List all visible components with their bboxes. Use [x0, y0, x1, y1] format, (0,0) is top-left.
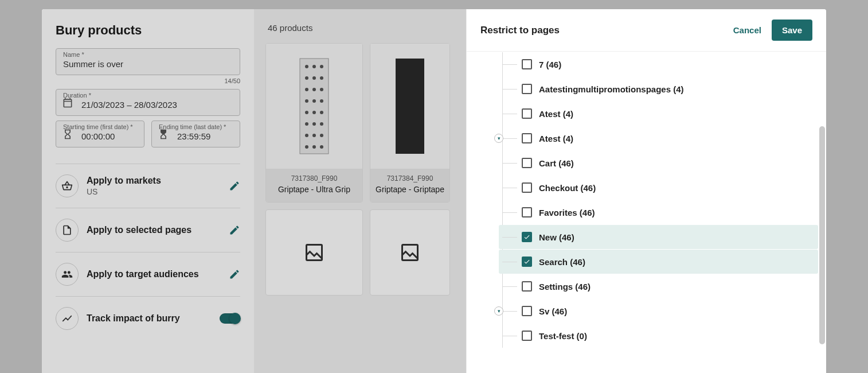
tree-row[interactable]: Cart (46): [499, 151, 818, 175]
griptape-image: [395, 58, 425, 154]
end-value: 23:59:59: [177, 131, 233, 141]
start-time-field[interactable]: Starting time (first date) * 00:00:00: [56, 121, 144, 147]
product-card[interactable]: 7317380_F990 Griptape - Ultra Grip: [265, 43, 363, 203]
track-toggle[interactable]: [220, 313, 240, 324]
left-pane: Bury products Name * Summer is over 14/5…: [42, 9, 466, 373]
tree-row[interactable]: 7 (46): [499, 52, 818, 76]
svg-point-12: [320, 99, 323, 103]
duration-value: 21/03/2023 – 28/03/2023: [81, 100, 233, 110]
tree-row[interactable]: Favorites (46): [499, 200, 818, 224]
end-time-field[interactable]: Ending time (last date) * 23:59:59: [151, 121, 240, 147]
scrollbar-thumb[interactable]: [819, 126, 825, 344]
checkbox[interactable]: [522, 59, 532, 69]
duration-label: Duration *: [63, 92, 91, 99]
tree-row[interactable]: Checkout (46): [499, 176, 818, 200]
form-column: Bury products Name * Summer is over 14/5…: [42, 9, 254, 373]
product-card-placeholder[interactable]: [265, 209, 363, 296]
name-counter: 14/50: [56, 77, 240, 84]
checkbox[interactable]: [522, 84, 532, 94]
tree-label: Aatestingmultipromotionspages (4): [539, 84, 684, 94]
apply-audiences-row: Apply to target audiences: [56, 252, 240, 297]
tree-row[interactable]: Aatestingmultipromotionspages (4): [499, 77, 818, 101]
checkbox[interactable]: [522, 207, 532, 217]
svg-rect-0: [300, 59, 329, 154]
product-card-placeholder[interactable]: [370, 209, 450, 296]
svg-point-24: [320, 145, 323, 149]
tree-row[interactable]: Search (46): [499, 250, 818, 274]
checkbox[interactable]: [522, 306, 532, 316]
tree-label: 7 (46): [539, 60, 561, 69]
checkbox[interactable]: [522, 108, 532, 119]
svg-point-13: [305, 111, 308, 114]
tree-row[interactable]: ▾Sv (46): [499, 299, 818, 323]
product-card[interactable]: 7317384_F990 Griptape - Griptape: [370, 43, 450, 203]
svg-point-14: [312, 111, 316, 114]
analytics-icon: [56, 307, 79, 330]
audiences-title: Apply to target audiences: [87, 269, 221, 279]
tree-label: Cart (46): [539, 158, 574, 168]
name-value: Summer is over: [63, 59, 233, 69]
product-name: Griptape - Ultra Grip: [271, 185, 358, 194]
broken-image-icon: [400, 242, 420, 263]
checkbox[interactable]: [522, 232, 532, 242]
tree-row[interactable]: New (46): [499, 225, 818, 249]
expander-icon[interactable]: ▾: [494, 134, 503, 143]
modal-title: Bury products: [56, 23, 240, 38]
svg-point-18: [320, 122, 323, 126]
tree-row[interactable]: Settings (46): [499, 274, 818, 298]
svg-point-6: [320, 76, 323, 80]
svg-point-20: [312, 134, 316, 137]
checkbox[interactable]: [522, 158, 532, 168]
svg-point-15: [320, 111, 323, 114]
svg-point-11: [312, 99, 316, 103]
name-field[interactable]: Name * Summer is over: [56, 48, 240, 75]
product-sku: 7317384_F990: [375, 174, 445, 182]
name-label: Name *: [63, 51, 84, 58]
tree-row[interactable]: ▾Atest (4): [499, 126, 818, 150]
people-icon: [56, 263, 79, 286]
svg-point-17: [312, 122, 316, 126]
end-label: Ending time (last date) *: [159, 123, 226, 130]
checkbox[interactable]: [522, 133, 532, 143]
svg-point-10: [305, 99, 308, 103]
svg-point-2: [312, 65, 316, 68]
pencil-icon[interactable]: [229, 180, 240, 192]
checkbox[interactable]: [522, 257, 532, 267]
tree-row[interactable]: Atest (4): [499, 102, 818, 126]
markets-title: Apply to markets: [87, 176, 221, 186]
track-impact-row: Track impact of burry: [56, 297, 240, 340]
tree-row[interactable]: Test-fest (0): [499, 324, 818, 348]
page-tree[interactable]: 7 (46)Aatestingmultipromotionspages (4)A…: [467, 52, 826, 373]
tree-label: Atest (4): [539, 134, 573, 143]
expander-icon[interactable]: ▾: [494, 306, 503, 316]
svg-rect-25: [396, 59, 424, 154]
checkbox[interactable]: [522, 281, 532, 292]
restrict-pages-panel: Restrict to pages Cancel Save 7 (46)Aate…: [466, 9, 826, 373]
track-title: Track impact of burry: [87, 313, 212, 324]
pages-title: Apply to selected pages: [87, 225, 221, 235]
markets-sub: US: [87, 187, 221, 196]
checkbox[interactable]: [522, 331, 532, 341]
pencil-icon[interactable]: [229, 224, 240, 236]
pencil-icon[interactable]: [229, 269, 240, 280]
basket-icon: [56, 174, 79, 197]
products-column: 46 products: [254, 9, 466, 373]
product-name: Griptape - Griptape: [375, 185, 445, 194]
duration-field[interactable]: Duration * 21/03/2023 – 28/03/2023: [56, 89, 240, 116]
tree-label: Search (46): [539, 257, 585, 267]
save-button[interactable]: Save: [772, 20, 812, 41]
svg-point-9: [320, 88, 323, 91]
svg-point-3: [320, 65, 323, 68]
bury-products-modal: Bury products Name * Summer is over 14/5…: [42, 9, 826, 373]
svg-point-1: [305, 65, 308, 68]
checkbox[interactable]: [522, 182, 532, 193]
tree-label: Favorites (46): [539, 208, 595, 217]
page-icon: [56, 219, 79, 242]
svg-point-21: [320, 134, 323, 137]
cancel-button[interactable]: Cancel: [733, 25, 761, 35]
apply-pages-row: Apply to selected pages: [56, 208, 240, 252]
broken-image-icon: [304, 242, 324, 263]
svg-point-7: [305, 88, 308, 91]
svg-point-5: [312, 76, 316, 80]
svg-point-16: [305, 122, 308, 126]
